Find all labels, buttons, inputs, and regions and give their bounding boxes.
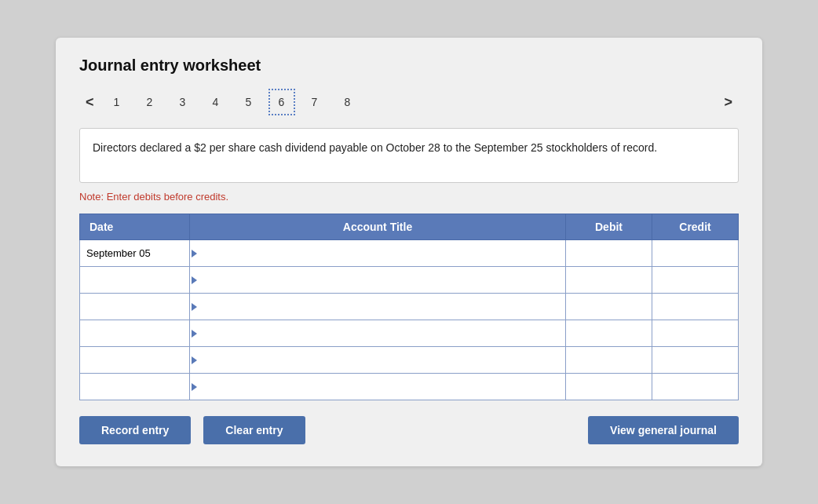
credit-input-2[interactable] — [659, 301, 732, 313]
triangle-icon-3 — [192, 330, 197, 338]
date-input-1[interactable] — [86, 274, 183, 286]
debit-input-1[interactable] — [572, 275, 645, 287]
credit-input-1[interactable] — [659, 275, 732, 287]
cell-account-2[interactable] — [190, 294, 566, 320]
table-row — [80, 320, 739, 347]
cell-credit-1[interactable] — [652, 267, 739, 294]
credit-input-3[interactable] — [659, 328, 732, 340]
debit-input-2[interactable] — [572, 301, 645, 313]
cell-credit-0[interactable] — [652, 240, 739, 267]
page-num-8[interactable]: 8 — [334, 89, 361, 115]
buttons-row: Record entry Clear entry View general jo… — [79, 416, 739, 444]
table-row — [80, 294, 739, 320]
cell-credit-2[interactable] — [652, 294, 739, 320]
cell-credit-3[interactable] — [652, 320, 739, 347]
triangle-icon-4 — [192, 356, 197, 364]
credit-input-5[interactable] — [659, 382, 732, 393]
table-row — [80, 374, 739, 400]
cell-date-4[interactable] — [80, 347, 190, 374]
debit-input-4[interactable] — [572, 355, 645, 367]
journal-table: Date Account Title Debit Credit Septembe… — [79, 214, 739, 400]
col-header-date: Date — [80, 214, 190, 240]
account-input-3[interactable] — [196, 328, 559, 340]
col-header-account: Account Title — [190, 214, 566, 240]
cell-debit-0[interactable] — [566, 240, 652, 267]
cell-credit-4[interactable] — [652, 347, 739, 374]
page-num-2[interactable]: 2 — [137, 89, 163, 115]
cell-debit-2[interactable] — [566, 294, 652, 320]
page-num-1[interactable]: 1 — [104, 89, 130, 115]
triangle-icon-0 — [192, 250, 197, 257]
cell-debit-3[interactable] — [566, 320, 652, 347]
cell-date-1[interactable] — [80, 267, 190, 294]
page-title: Journal entry worksheet — [79, 57, 739, 75]
account-input-5[interactable] — [196, 382, 559, 393]
triangle-icon-1 — [192, 276, 197, 284]
table-row — [80, 267, 739, 294]
page-num-3[interactable]: 3 — [170, 89, 196, 115]
prev-button[interactable]: < — [79, 93, 100, 112]
account-input-0[interactable] — [196, 248, 559, 260]
date-input-2[interactable] — [86, 301, 183, 312]
cell-account-4[interactable] — [190, 347, 566, 374]
cell-account-1[interactable] — [190, 267, 566, 294]
cell-debit-4[interactable] — [566, 347, 652, 374]
triangle-icon-5 — [192, 383, 197, 391]
credit-input-4[interactable] — [659, 355, 732, 367]
page-num-5[interactable]: 5 — [236, 89, 262, 115]
clear-entry-button[interactable]: Clear entry — [203, 416, 305, 444]
col-header-debit: Debit — [566, 214, 652, 240]
cell-debit-1[interactable] — [566, 267, 652, 294]
date-input-5[interactable] — [86, 381, 183, 393]
account-input-2[interactable] — [196, 301, 559, 313]
cell-account-0[interactable] — [190, 240, 566, 267]
debit-input-3[interactable] — [572, 328, 645, 340]
debit-input-5[interactable] — [572, 382, 645, 393]
cell-account-5[interactable] — [190, 374, 566, 400]
debit-input-0[interactable] — [572, 248, 645, 260]
page-num-7[interactable]: 7 — [301, 89, 328, 115]
table-row: September 05 — [80, 240, 739, 267]
cell-account-3[interactable] — [190, 320, 566, 347]
cell-date-0[interactable]: September 05 — [80, 240, 190, 267]
cell-debit-5[interactable] — [566, 374, 652, 400]
col-header-credit: Credit — [652, 214, 739, 240]
cell-date-2[interactable] — [80, 294, 190, 320]
record-entry-button[interactable]: Record entry — [79, 416, 191, 444]
page-num-4[interactable]: 4 — [203, 89, 229, 115]
description-box: Directors declared a $2 per share cash d… — [79, 128, 739, 183]
page-num-6[interactable]: 6 — [268, 89, 295, 115]
date-input-4[interactable] — [86, 354, 183, 366]
credit-input-0[interactable] — [659, 248, 732, 260]
note-text: Note: Enter debits before credits. — [79, 191, 739, 203]
cell-date-5[interactable] — [80, 374, 190, 400]
account-input-4[interactable] — [196, 355, 559, 367]
account-input-1[interactable] — [196, 275, 559, 287]
pagination: <12345678> — [79, 89, 739, 115]
table-row — [80, 347, 739, 374]
triangle-icon-2 — [192, 303, 197, 311]
date-input-3[interactable] — [86, 327, 183, 339]
next-button[interactable]: > — [718, 93, 739, 112]
journal-entry-card: Journal entry worksheet <12345678> Direc… — [56, 38, 762, 466]
view-general-journal-button[interactable]: View general journal — [588, 416, 739, 444]
cell-credit-5[interactable] — [652, 374, 739, 400]
cell-date-3[interactable] — [80, 320, 190, 347]
